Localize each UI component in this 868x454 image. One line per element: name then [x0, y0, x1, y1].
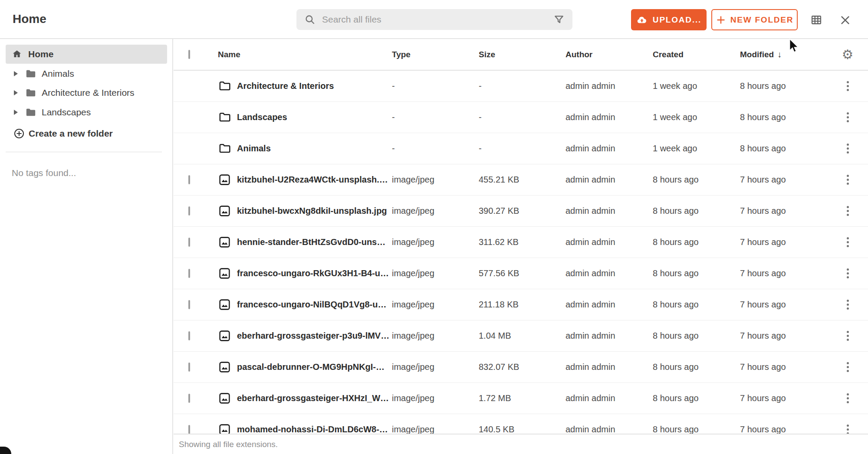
table-row[interactable]: kitzbuhel-U2Reza4WCtk-unsplash.… image/j…	[174, 164, 868, 196]
row-menu-icon[interactable]	[844, 391, 852, 406]
filter-icon[interactable]	[553, 14, 565, 25]
row-menu-icon[interactable]	[844, 203, 852, 219]
chevron-right-icon[interactable]	[14, 71, 18, 76]
cell-type: image/jpeg	[392, 237, 479, 247]
plus-icon	[716, 15, 726, 25]
image-file-icon	[218, 173, 231, 186]
column-header-size[interactable]: Size	[479, 50, 566, 59]
cell-size: 390.27 KB	[479, 206, 566, 216]
cell-type: -	[392, 144, 479, 154]
cell-created: 8 hours ago	[653, 237, 740, 247]
sidebar-folder-label: Animals	[42, 69, 74, 79]
column-header-modified[interactable]: Modified↓	[740, 49, 827, 59]
sort-descending-icon: ↓	[777, 49, 782, 59]
column-header-name[interactable]: Name	[218, 50, 392, 59]
image-file-icon	[218, 392, 231, 405]
row-checkbox[interactable]	[188, 175, 190, 184]
file-name-link[interactable]: Architecture & Interiors	[237, 81, 334, 91]
column-header-author[interactable]: Author	[566, 50, 653, 59]
row-checkbox[interactable]	[188, 394, 190, 403]
file-name-link[interactable]: mohamed-nohassi-Di-DmLD6cW8-…	[237, 425, 388, 434]
file-name-link[interactable]: kitzbuhel-bwcxNg8dkiI-unsplash.jpg	[237, 206, 387, 216]
row-checkbox[interactable]	[188, 300, 190, 309]
file-name-link[interactable]: eberhard-grossgasteiger-HXHzI_W…	[237, 393, 389, 403]
cell-size: 140.5 KB	[479, 425, 566, 434]
table-row[interactable]: Landscapes - - admin admin 1 week ago 8 …	[174, 102, 868, 133]
sidebar-folder-animals[interactable]: Animals	[6, 64, 167, 83]
upload-button[interactable]: UPLOAD...	[631, 9, 707, 30]
table-row[interactable]: Architecture & Interiors - - admin admin…	[174, 71, 868, 102]
row-menu-icon[interactable]	[844, 266, 852, 281]
column-header-name-label: Name	[218, 50, 240, 59]
new-folder-button-label: NEW FOLDER	[730, 15, 794, 25]
sidebar-folder-architecture[interactable]: Architecture & Interiors	[6, 83, 167, 102]
row-menu-icon[interactable]	[844, 235, 852, 250]
table-row[interactable]: pascal-debrunner-O-MG9HpNKgI-… image/jpe…	[174, 352, 868, 383]
cell-type: image/jpeg	[392, 425, 479, 434]
file-name-link[interactable]: Landscapes	[237, 112, 287, 122]
cell-author: admin admin	[566, 393, 653, 403]
cell-author: admin admin	[566, 81, 653, 91]
row-menu-icon[interactable]	[844, 78, 852, 94]
select-all-checkbox[interactable]	[188, 50, 190, 59]
no-tags-message: No tags found...	[12, 168, 76, 178]
top-bar: Home Search all files UPLOAD...	[0, 0, 868, 39]
row-menu-icon[interactable]	[844, 328, 852, 343]
file-name-link[interactable]: hennie-stander-BtHtZsGvdD0-uns…	[237, 237, 385, 247]
settings-icon[interactable]: ⚙	[842, 48, 854, 61]
table-row[interactable]: kitzbuhel-bwcxNg8dkiI-unsplash.jpg image…	[174, 196, 868, 227]
cell-type: image/jpeg	[392, 268, 479, 278]
row-menu-icon[interactable]	[844, 110, 852, 125]
cell-size: 577.56 KB	[479, 268, 566, 278]
table-row[interactable]: francesco-ungaro-NilBQqD1Vg8-u… image/jp…	[174, 289, 868, 320]
row-menu-icon[interactable]	[844, 172, 852, 187]
cell-created: 1 week ago	[653, 112, 740, 122]
row-checkbox[interactable]	[188, 238, 190, 247]
grid-view-button[interactable]	[810, 13, 823, 26]
file-name-link[interactable]: eberhard-grossgasteiger-p3u9-lMV…	[237, 331, 389, 341]
image-file-icon	[218, 267, 231, 280]
search-input[interactable]: Search all files	[296, 9, 572, 30]
table-row[interactable]: eberhard-grossgasteiger-HXHzI_W… image/j…	[174, 383, 868, 414]
cell-modified: 7 hours ago	[740, 331, 827, 341]
file-name-link[interactable]: kitzbuhel-U2Reza4WCtk-unsplash.…	[237, 175, 388, 185]
cell-type: image/jpeg	[392, 300, 479, 310]
cell-modified: 8 hours ago	[740, 112, 827, 122]
file-name-link[interactable]: Animals	[237, 144, 271, 154]
image-file-icon	[218, 205, 231, 217]
close-icon[interactable]	[838, 13, 852, 26]
row-checkbox[interactable]	[188, 269, 190, 278]
sidebar-folder-landscapes[interactable]: Landscapes	[6, 102, 167, 122]
row-menu-icon[interactable]	[844, 141, 852, 156]
new-folder-button[interactable]: NEW FOLDER	[711, 9, 798, 30]
table-row[interactable]: francesco-ungaro-RkGUx3H1-B4-u… image/jp…	[174, 258, 868, 289]
cell-size: -	[479, 112, 566, 122]
cell-size: -	[479, 144, 566, 154]
table-row[interactable]: hennie-stander-BtHtZsGvdD0-uns… image/jp…	[174, 227, 868, 258]
chevron-right-icon[interactable]	[14, 110, 18, 115]
sidebar-item-home[interactable]: Home	[6, 45, 167, 64]
cell-author: admin admin	[566, 300, 653, 310]
chevron-right-icon[interactable]	[14, 90, 18, 95]
cell-type: image/jpeg	[392, 362, 479, 372]
row-menu-icon[interactable]	[844, 359, 852, 375]
cell-created: 8 hours ago	[653, 175, 740, 185]
row-checkbox[interactable]	[188, 331, 190, 340]
row-menu-icon[interactable]	[844, 297, 852, 312]
file-name-link[interactable]: francesco-ungaro-RkGUx3H1-B4-u…	[237, 268, 389, 278]
table-row[interactable]: Animals - - admin admin 1 week ago 8 hou…	[174, 133, 868, 164]
cloud-upload-icon	[636, 14, 648, 26]
table-row[interactable]: eberhard-grossgasteiger-p3u9-lMV… image/…	[174, 320, 868, 352]
create-new-folder-button[interactable]: Create a new folder	[6, 124, 167, 143]
cell-size: 1.04 MB	[479, 331, 566, 341]
file-name-link[interactable]: pascal-debrunner-O-MG9HpNKgI-…	[237, 362, 385, 372]
row-checkbox[interactable]	[188, 425, 190, 434]
cell-type: image/jpeg	[392, 206, 479, 216]
file-name-link[interactable]: francesco-ungaro-NilBQqD1Vg8-u…	[237, 300, 386, 310]
cell-author: admin admin	[566, 425, 653, 434]
cell-size: -	[479, 81, 566, 91]
row-checkbox[interactable]	[188, 206, 190, 216]
column-header-type[interactable]: Type	[392, 50, 479, 59]
column-header-created[interactable]: Created	[653, 50, 740, 59]
row-checkbox[interactable]	[188, 363, 190, 372]
